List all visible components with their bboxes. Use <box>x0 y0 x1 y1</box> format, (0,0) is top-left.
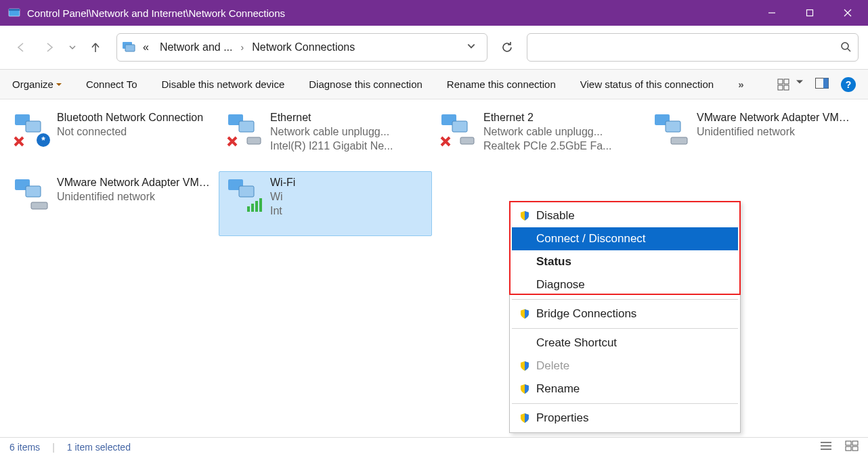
search-box[interactable] <box>527 33 859 62</box>
svg-rect-11 <box>784 79 789 84</box>
svg-rect-7 <box>125 45 135 51</box>
svg-rect-13 <box>784 85 789 90</box>
rename-button[interactable]: Rename this connection <box>447 78 556 90</box>
svg-rect-12 <box>778 85 783 90</box>
network-icon <box>437 110 477 150</box>
shield-icon <box>516 210 534 221</box>
connection-item-wifi[interactable]: Wi-Fi Wi Int <box>219 171 432 236</box>
disable-device-button[interactable]: Disable this network device <box>161 78 284 90</box>
svg-rect-42 <box>852 441 858 445</box>
toolbar-overflow[interactable]: » <box>738 78 744 90</box>
shield-icon <box>516 309 534 319</box>
svg-rect-35 <box>251 204 254 212</box>
svg-point-8 <box>842 43 848 49</box>
connection-name: Ethernet <box>270 110 393 124</box>
ctx-connect-disconnect[interactable]: Connect / Disconnect <box>512 227 738 250</box>
connection-status: Wi <box>270 189 295 204</box>
control-panel-icon <box>8 7 20 19</box>
status-item-count: 6 items <box>9 442 40 453</box>
connection-name: VMware Network Adapter VMnet8 <box>57 175 213 189</box>
svg-rect-22 <box>247 137 261 144</box>
connection-status: Network cable unplugg... <box>270 124 393 139</box>
svg-line-9 <box>848 49 850 51</box>
forward-button[interactable] <box>38 36 61 59</box>
connection-status: Unidentified network <box>57 189 213 204</box>
svg-rect-33 <box>239 186 254 197</box>
connection-name: VMware Network Adapter VMnet1 <box>697 110 852 124</box>
menu-separator <box>512 328 738 329</box>
preview-pane-toggle[interactable] <box>815 78 829 91</box>
ctx-bridge[interactable]: Bridge Connections <box>512 302 738 325</box>
address-dropdown[interactable] <box>460 41 483 53</box>
ctx-diagnose[interactable]: Diagnose <box>512 273 738 296</box>
ctx-status[interactable]: Status <box>512 250 738 273</box>
shield-icon <box>516 361 534 371</box>
back-button[interactable] <box>9 36 32 59</box>
breadcrumb-part1[interactable]: Network and ... <box>156 39 237 56</box>
svg-rect-37 <box>259 198 262 212</box>
view-large-button[interactable] <box>845 440 859 453</box>
svg-rect-3 <box>807 10 813 16</box>
refresh-button[interactable] <box>493 33 521 62</box>
svg-rect-34 <box>247 206 250 212</box>
svg-rect-41 <box>846 441 851 445</box>
help-button[interactable]: ? <box>841 77 856 92</box>
network-icon <box>11 175 50 214</box>
view-options[interactable] <box>777 78 803 91</box>
ctx-delete: Delete <box>512 355 738 378</box>
status-bar: 6 items | 1 item selected <box>0 437 868 456</box>
content-area: * Bluetooth Network Connection Not conne… <box>0 99 868 438</box>
breadcrumb-part2[interactable]: Network Connections <box>248 39 359 56</box>
connection-item-vmnet1[interactable]: VMware Network Adapter VMnet1 Unidentifi… <box>645 106 859 171</box>
shield-icon <box>516 384 534 394</box>
ctx-create-shortcut[interactable]: Create Shortcut <box>512 332 738 355</box>
connection-detail: Int <box>270 204 295 218</box>
connect-to-button[interactable]: Connect To <box>86 78 137 90</box>
menu-separator <box>512 403 738 404</box>
svg-rect-1 <box>9 9 20 11</box>
network-icon <box>224 175 263 214</box>
breadcrumb-prefix[interactable]: « <box>139 39 153 56</box>
svg-rect-17 <box>26 121 41 132</box>
connection-detail: Intel(R) I211 Gigabit Ne... <box>270 139 393 153</box>
organize-menu[interactable]: Organize <box>12 78 62 90</box>
connection-item-ethernet2[interactable]: Ethernet 2 Network cable unplugg... Real… <box>432 106 645 171</box>
view-status-button[interactable]: View status of this connection <box>580 78 714 90</box>
address-bar[interactable]: « Network and ... › Network Connections <box>116 33 487 62</box>
svg-text:*: * <box>41 135 45 145</box>
svg-rect-44 <box>852 447 858 451</box>
diagnose-button[interactable]: Diagnose this connection <box>309 78 422 90</box>
connection-item-ethernet[interactable]: Ethernet Network cable unplugg... Intel(… <box>219 106 432 171</box>
window-title: Control Panel\Network and Internet\Netwo… <box>27 7 753 19</box>
nav-row: « Network and ... › Network Connections <box>0 26 868 70</box>
svg-rect-43 <box>846 447 851 451</box>
connection-item-vmnet8[interactable]: VMware Network Adapter VMnet8 Unidentifi… <box>5 171 219 236</box>
minimize-button[interactable] <box>753 0 791 26</box>
view-details-button[interactable] <box>819 440 833 453</box>
close-button[interactable] <box>829 0 867 26</box>
maximize-button[interactable] <box>791 0 829 26</box>
svg-rect-21 <box>239 121 254 132</box>
connection-name: Wi-Fi <box>270 175 295 189</box>
search-icon <box>840 41 851 54</box>
network-icon <box>224 110 263 150</box>
recent-dropdown[interactable] <box>66 43 79 51</box>
connection-status: Not connected <box>57 124 203 139</box>
svg-rect-31 <box>31 202 47 209</box>
connection-name: Bluetooth Network Connection <box>57 110 203 124</box>
ctx-disable[interactable]: Disable <box>512 204 738 227</box>
connection-name: Ethernet 2 <box>483 110 611 124</box>
ctx-properties[interactable]: Properties <box>512 407 738 430</box>
menu-separator <box>512 299 738 300</box>
svg-rect-10 <box>778 79 783 84</box>
connection-detail: Realtek PCIe 2.5GbE Fa... <box>483 139 611 153</box>
connection-item-bluetooth[interactable]: * Bluetooth Network Connection Not conne… <box>5 106 219 171</box>
context-menu: Disable Connect / Disconnect Status Diag… <box>509 201 741 433</box>
svg-rect-24 <box>452 121 467 132</box>
ctx-rename[interactable]: Rename <box>512 378 738 401</box>
svg-rect-28 <box>671 137 687 144</box>
breadcrumb-sep: › <box>240 42 246 53</box>
svg-rect-36 <box>255 201 258 212</box>
network-icon: * <box>11 110 50 150</box>
up-button[interactable] <box>84 36 107 59</box>
